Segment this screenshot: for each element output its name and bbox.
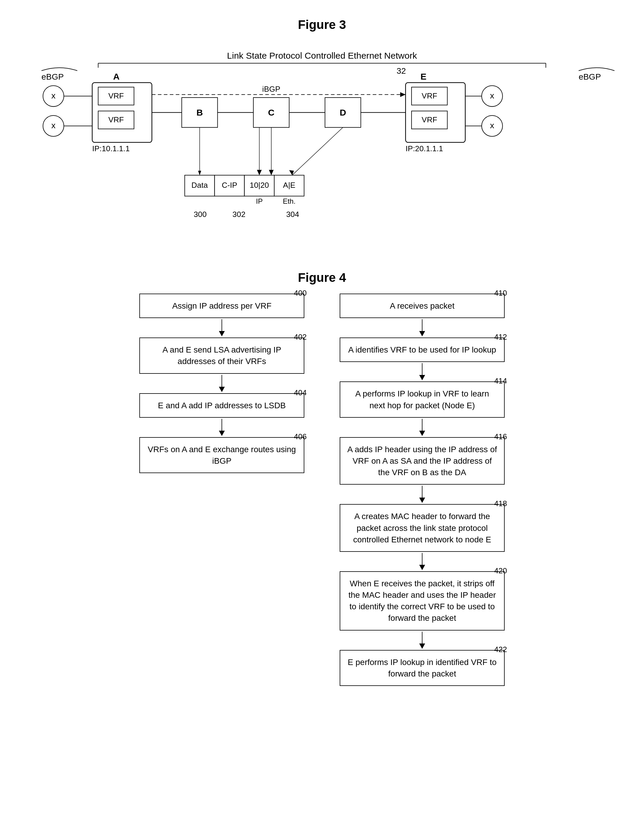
flow-arrow-414-416	[419, 419, 425, 436]
flow-arrow-412-414	[419, 363, 425, 380]
flow-box-400: 400 Assign IP address per VRF	[140, 293, 304, 318]
flow-box-410: 410 A receives packet	[340, 293, 504, 318]
flow-arrow-420-422	[419, 632, 425, 649]
x-right-bottom: x	[490, 121, 494, 130]
arrow-head	[419, 331, 425, 336]
flow-box-412: 412 A identifies VRF to be used for IP l…	[340, 338, 504, 362]
flow-box-422: 422 E performs IP lookup in identified V…	[340, 650, 504, 686]
flow-text-412: A identifies VRF to be used for IP looku…	[348, 345, 496, 354]
figure4-title: Figure 4	[24, 270, 620, 285]
node-a-label: A	[113, 71, 120, 81]
svg-text:302: 302	[232, 210, 245, 219]
flow-box-420: 420 When E receives the packet, it strip…	[340, 571, 504, 631]
arrow-line	[422, 363, 422, 375]
flow-box-414: 414 A performs IP lookup in VRF to learn…	[340, 381, 504, 418]
left-flow-column: 400 Assign IP address per VRF 402 A and …	[133, 293, 310, 686]
flow-text-418: A creates MAC header to forward the pack…	[353, 512, 491, 544]
svg-text:304: 304	[286, 210, 299, 219]
arrow-head	[219, 387, 225, 392]
flow-label-420: 420	[494, 565, 507, 576]
arrow-head	[419, 565, 425, 570]
flow-label-400: 400	[294, 288, 307, 298]
page: Figure 3 Link State Protocol Controlled …	[0, 0, 644, 703]
flow-box-416: 416 A adds IP header using the IP addres…	[340, 437, 504, 485]
arrow-line	[422, 632, 422, 643]
arrow-line	[422, 419, 422, 431]
flow-text-402: A and E send LSA advertising IP addresse…	[163, 345, 281, 366]
arrow-head	[419, 375, 425, 380]
flow-arrow-400-402	[219, 319, 225, 336]
svg-text:Eth.: Eth.	[283, 197, 296, 205]
flow-arrow-402-404	[219, 375, 225, 392]
svg-text:A|E: A|E	[283, 181, 296, 190]
flow-label-404: 404	[294, 387, 307, 398]
arrow-line	[222, 319, 222, 331]
arrow-line	[222, 419, 222, 431]
arrow-head	[219, 431, 225, 436]
flow-label-418: 418	[494, 498, 507, 509]
x-left-bottom: x	[51, 121, 55, 130]
arrow-line	[222, 375, 222, 387]
x-left-top: x	[51, 91, 55, 100]
flow-text-422: E performs IP lookup in identified VRF t…	[348, 658, 497, 678]
svg-text:10|20: 10|20	[250, 181, 269, 190]
figure4-container: 400 Assign IP address per VRF 402 A and …	[24, 293, 620, 686]
flow-text-404: E and A add IP addresses to LSDB	[158, 401, 286, 410]
figure3-diagram: Link State Protocol Controlled Ethernet …	[24, 41, 620, 247]
flow-box-418: 418 A creates MAC header to forward the …	[340, 504, 504, 552]
flow-label-412: 412	[494, 332, 507, 342]
packet-format: Data C-IP 10|20 A|E IP Eth. 300 302 304	[185, 127, 343, 219]
svg-text:IP: IP	[256, 197, 263, 205]
flow-box-402: 402 A and E send LSA advertising IP addr…	[140, 338, 304, 373]
arrow-head	[219, 331, 225, 336]
flow-arrow-404-406	[219, 419, 225, 436]
node-d-label: D	[340, 107, 346, 117]
svg-marker-22	[257, 170, 262, 175]
node-b-label: B	[196, 107, 203, 117]
svg-marker-18	[269, 170, 274, 175]
svg-text:C-IP: C-IP	[222, 181, 238, 190]
flow-text-420: When E receives the packet, it strips of…	[348, 579, 496, 623]
vrf-a-bottom-label: VRF	[109, 115, 124, 124]
arrow-line	[422, 486, 422, 497]
figure3-svg: Link State Protocol Controlled Ethernet …	[24, 41, 620, 247]
flow-text-410: A receives packet	[390, 301, 454, 310]
ibgp-arrow	[400, 92, 405, 97]
arrow-line	[422, 553, 422, 565]
arrow-head	[419, 431, 425, 436]
flow-label-410: 410	[494, 288, 507, 298]
flow-box-406: 406 VRFs on A and E exchange routes usin…	[140, 437, 304, 473]
flow-arrow-410-412	[419, 319, 425, 336]
x-right-top: x	[490, 91, 494, 100]
arrow-line	[422, 319, 422, 331]
node-e-label-top: E	[420, 71, 426, 81]
ip-right: IP:20.1.1.1	[406, 144, 443, 153]
svg-line-19	[292, 127, 343, 175]
node-c-label: C	[268, 107, 274, 117]
flow-text-414: A performs IP lookup in VRF to learn nex…	[355, 389, 489, 410]
flow-label-422: 422	[494, 644, 507, 655]
svg-text:Data: Data	[192, 181, 208, 190]
network-label: Link State Protocol Controlled Ethernet …	[227, 51, 417, 60]
vrf-e-top-label: VRF	[422, 91, 437, 100]
flow-label-402: 402	[294, 332, 307, 342]
ebgp-right-label: eBGP	[579, 72, 601, 81]
figure3-title: Figure 3	[24, 18, 620, 32]
flow-arrow-418-420	[419, 553, 425, 570]
arrow-head	[419, 497, 425, 503]
flow-arrow-416-418	[419, 486, 425, 503]
ebgp-left-label: eBGP	[41, 72, 64, 81]
flow-label-406: 406	[294, 431, 307, 442]
flow-box-404: 404 E and A add IP addresses to LSDB	[140, 393, 304, 418]
vrf-e-bottom-label: VRF	[422, 115, 437, 124]
ip-left: IP:10.1.1.1	[92, 144, 130, 153]
flow-text-400: Assign IP address per VRF	[172, 301, 271, 310]
ibgp-label: iBGP	[262, 84, 280, 94]
svg-text:300: 300	[193, 210, 207, 219]
right-flow-column: 410 A receives packet 412 A identifies V…	[334, 293, 511, 686]
vrf-a-top-label: VRF	[109, 91, 124, 100]
ref32: 32	[397, 66, 406, 75]
flow-label-416: 416	[494, 431, 507, 442]
flow-label-414: 414	[494, 376, 507, 386]
flow-text-416: A adds IP header using the IP address of…	[347, 445, 497, 477]
